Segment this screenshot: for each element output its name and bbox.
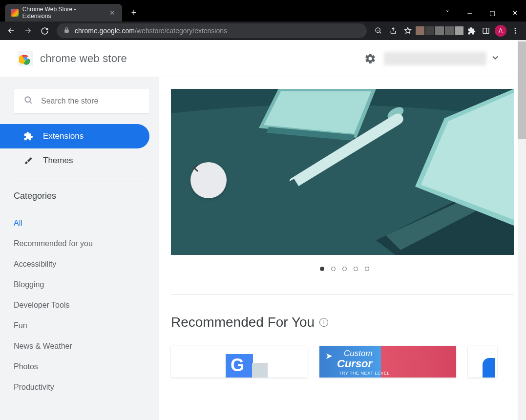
carousel-dots xyxy=(171,267,518,271)
close-button[interactable]: ✕ xyxy=(504,4,526,21)
svg-point-2 xyxy=(515,28,516,29)
nav-themes[interactable]: Themes xyxy=(0,148,149,173)
category-accessibility[interactable]: Accessibility xyxy=(14,254,149,274)
hero-carousel[interactable] xyxy=(171,89,514,255)
maximize-button[interactable]: ▢ xyxy=(481,4,504,21)
extension-icons-row xyxy=(416,26,463,35)
extension-card-custom-cursor[interactable]: ➤ Custom Cursor TRY THE NEXT LEVEL xyxy=(319,346,456,378)
category-developer-tools[interactable]: Developer Tools xyxy=(14,295,149,315)
search-icon xyxy=(23,95,33,107)
main-panel: Recommended For You i ➤ Custom Cursor TR… xyxy=(159,77,518,420)
store-header: chrome web store xyxy=(0,40,518,77)
zoom-icon[interactable] xyxy=(372,24,385,38)
search-box[interactable] xyxy=(14,89,149,113)
tab-close-icon[interactable]: ✕ xyxy=(108,9,116,17)
carousel-dot[interactable] xyxy=(342,267,347,271)
search-input[interactable] xyxy=(41,97,140,105)
browser-toolbar: chrome.google.com/webstore/category/exte… xyxy=(0,21,526,40)
extension-icon[interactable] xyxy=(445,26,454,35)
category-productivity[interactable]: Productivity xyxy=(14,377,149,398)
category-fun[interactable]: Fun xyxy=(14,315,149,336)
carousel-dot[interactable] xyxy=(354,267,358,271)
carousel-dot[interactable] xyxy=(320,267,324,271)
categories-header: Categories xyxy=(14,191,149,201)
tab-title: Chrome Web Store - Extensions xyxy=(22,6,105,20)
nav-extensions[interactable]: Extensions xyxy=(0,124,149,148)
minimize-button[interactable]: ─ xyxy=(459,4,481,21)
share-icon[interactable] xyxy=(386,24,400,38)
extension-icon[interactable] xyxy=(435,26,444,35)
sidepanel-icon[interactable] xyxy=(479,24,493,38)
google-translate-icon xyxy=(226,354,253,378)
sidebar-divider xyxy=(14,182,149,182)
brush-icon xyxy=(23,156,33,165)
url-text: chrome.google.com/webstore/category/exte… xyxy=(75,27,227,35)
category-blogging[interactable]: Blogging xyxy=(14,274,149,295)
window-controls: ˅ ─ ▢ ✕ xyxy=(436,4,526,21)
back-button[interactable] xyxy=(4,23,19,38)
puzzle-icon xyxy=(23,131,33,141)
svg-point-4 xyxy=(515,32,516,34)
svg-rect-1 xyxy=(483,28,489,34)
extension-icon[interactable] xyxy=(416,26,424,35)
extensions-puzzle-icon[interactable] xyxy=(464,24,478,38)
info-icon[interactable]: i xyxy=(319,318,328,327)
store-brand-title: chrome web store xyxy=(40,52,127,65)
chevron-down-icon[interactable]: ˅ xyxy=(436,4,459,21)
lock-icon xyxy=(63,27,70,35)
chrome-logo-icon xyxy=(18,51,33,66)
account-email-redacted[interactable] xyxy=(384,52,486,65)
address-bar[interactable]: chrome.google.com/webstore/category/exte… xyxy=(57,23,367,38)
carousel-prev-button[interactable] xyxy=(190,162,227,198)
settings-gear-icon[interactable] xyxy=(364,53,376,64)
category-recommended[interactable]: Recommended for you xyxy=(14,233,149,254)
profile-avatar[interactable]: A xyxy=(494,24,507,38)
carousel-dot[interactable] xyxy=(365,267,369,271)
category-photos[interactable]: Photos xyxy=(14,357,149,377)
vertical-scrollbar[interactable] xyxy=(518,40,526,420)
reload-button[interactable] xyxy=(37,23,52,38)
nav-label: Themes xyxy=(43,156,73,166)
category-news-weather[interactable]: News & Weather xyxy=(14,336,149,357)
sidebar: Extensions Themes Categories All Recomme… xyxy=(0,77,159,420)
extension-card[interactable] xyxy=(171,346,308,378)
cursor-icon: ➤ xyxy=(325,351,333,361)
svg-point-8 xyxy=(24,58,26,60)
bookmark-icon[interactable] xyxy=(401,24,415,38)
section-divider xyxy=(171,294,514,295)
recommended-cards: ➤ Custom Cursor TRY THE NEXT LEVEL xyxy=(171,346,518,378)
browser-tab[interactable]: Chrome Web Store - Extensions ✕ xyxy=(5,4,122,21)
extension-icon[interactable] xyxy=(425,26,434,35)
section-title: Recommended For You i xyxy=(171,315,518,330)
account-chevron-icon[interactable] xyxy=(490,53,500,64)
nav-label: Extensions xyxy=(43,131,84,141)
tab-favicon xyxy=(11,9,19,17)
new-tab-button[interactable]: + xyxy=(127,6,141,20)
carousel-dot[interactable] xyxy=(331,267,336,271)
window-titlebar: Chrome Web Store - Extensions ✕ + ˅ ─ ▢ … xyxy=(0,0,526,21)
scrollbar-thumb[interactable] xyxy=(518,42,526,139)
forward-button[interactable] xyxy=(21,23,35,38)
svg-point-3 xyxy=(515,30,516,32)
page-viewport: chrome web store Extensions Themes Categ… xyxy=(0,40,526,420)
extension-card[interactable] xyxy=(468,346,497,378)
extension-icon[interactable] xyxy=(455,26,463,35)
menu-icon[interactable] xyxy=(508,24,522,38)
category-all[interactable]: All xyxy=(14,213,149,233)
